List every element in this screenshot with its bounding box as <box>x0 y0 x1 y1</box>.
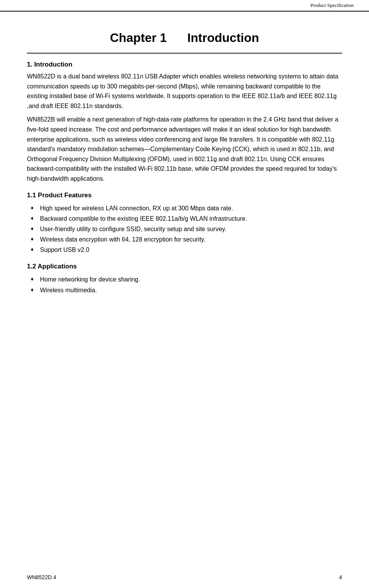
page-footer: WN8522D 4 4 <box>27 574 342 580</box>
list-item: Home networking for device sharing. <box>31 274 342 285</box>
list-item: Backward compatible to the existing IEEE… <box>31 213 342 224</box>
list-item: User-friendly utility to configure SSID,… <box>31 224 342 234</box>
footer-right: 4 <box>339 574 342 580</box>
section-applications: 1.2 Applications Home networking for dev… <box>27 263 342 295</box>
footer-left: WN8522D 4 <box>27 574 56 580</box>
content-area: Chapter 1 Introduction 1. Introduction W… <box>0 12 369 321</box>
section1-1-heading: 1.1 Product Features <box>27 192 342 199</box>
section-product-features: 1.1 Product Features High speed for wire… <box>27 192 342 255</box>
section1-heading: 1. Introduction <box>27 61 342 68</box>
list-item: Wireless multimedia. <box>31 285 342 295</box>
list-item: Wireless data encryption with 64, 128 en… <box>31 234 342 245</box>
section1-paragraph1: WN8522D is a dual band wireless 802.11n … <box>27 72 342 111</box>
chapter-divider <box>27 53 342 54</box>
chapter-name: Introduction <box>187 31 259 45</box>
section1-2-heading: 1.2 Applications <box>27 263 342 270</box>
page-container: Product Specification Chapter 1 Introduc… <box>0 0 369 588</box>
chapter-number: Chapter 1 <box>110 31 167 45</box>
section1-paragraph2: WN8522B will enable a next generation of… <box>27 115 342 183</box>
product-features-list: High speed for wireless LAN connection, … <box>31 203 342 255</box>
list-item: Support USB v2.0 <box>31 245 342 255</box>
page-header: Product Specification <box>0 0 369 12</box>
chapter-title: Chapter 1 Introduction <box>27 31 342 45</box>
header-title: Product Specification <box>311 2 354 8</box>
section-introduction: 1. Introduction WN8522D is a dual band w… <box>27 61 342 184</box>
applications-list: Home networking for device sharing. Wire… <box>31 274 342 295</box>
list-item: High speed for wireless LAN connection, … <box>31 203 342 213</box>
